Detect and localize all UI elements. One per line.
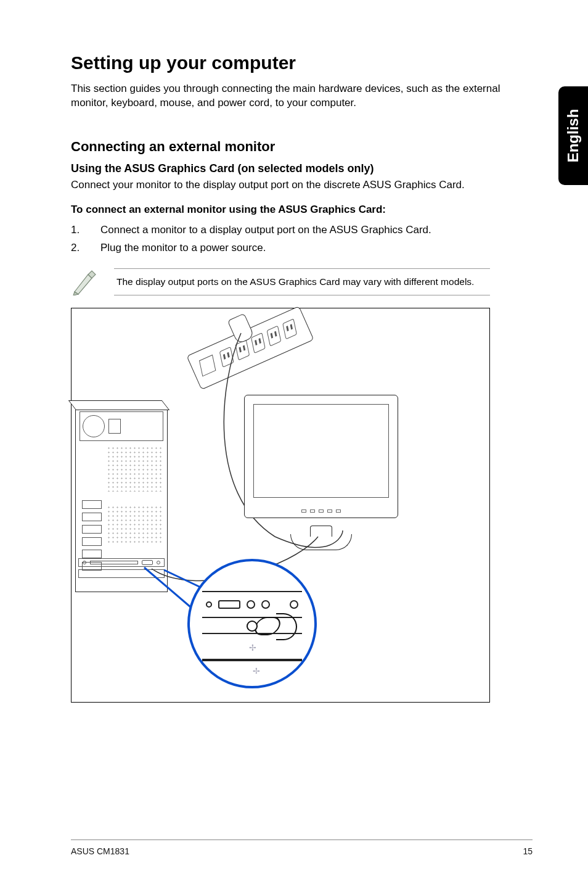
procedure-steps: 1. Connect a monitor to a display output… bbox=[71, 222, 533, 256]
section-subheading: Using the ASUS Graphics Card (on selecte… bbox=[71, 162, 533, 175]
step-number: 2. bbox=[71, 240, 100, 256]
footer-model: ASUS CM1831 bbox=[71, 846, 129, 856]
zoom-callout-icon: ✢ ✢ bbox=[187, 559, 317, 688]
note-box: The display output ports on the ASUS Gra… bbox=[71, 268, 490, 295]
connection-figure: ✢ ✢ bbox=[71, 308, 490, 703]
step-number: 1. bbox=[71, 222, 100, 238]
procedure-title: To connect an external monitor using the… bbox=[71, 204, 533, 216]
step-text: Plug the monitor to a power source. bbox=[100, 240, 266, 256]
note-text: The display output ports on the ASUS Gra… bbox=[114, 268, 490, 295]
page-content: Setting up your computer This section gu… bbox=[0, 0, 588, 887]
step-item: 2. Plug the monitor to a power source. bbox=[71, 240, 533, 256]
section-heading: Connecting an external monitor bbox=[71, 139, 533, 155]
page-footer: ASUS CM1831 15 bbox=[71, 846, 533, 856]
footer-page-number: 15 bbox=[523, 846, 533, 856]
footer-rule bbox=[71, 840, 533, 840]
step-text: Connect a monitor to a display output po… bbox=[100, 222, 431, 238]
page-title: Setting up your computer bbox=[71, 52, 533, 73]
section-sub-intro: Connect your monitor to the display outp… bbox=[71, 179, 533, 191]
step-item: 1. Connect a monitor to a display output… bbox=[71, 222, 533, 238]
intro-paragraph: This section guides you through connecti… bbox=[71, 82, 502, 110]
note-pencil-icon bbox=[71, 268, 98, 295]
